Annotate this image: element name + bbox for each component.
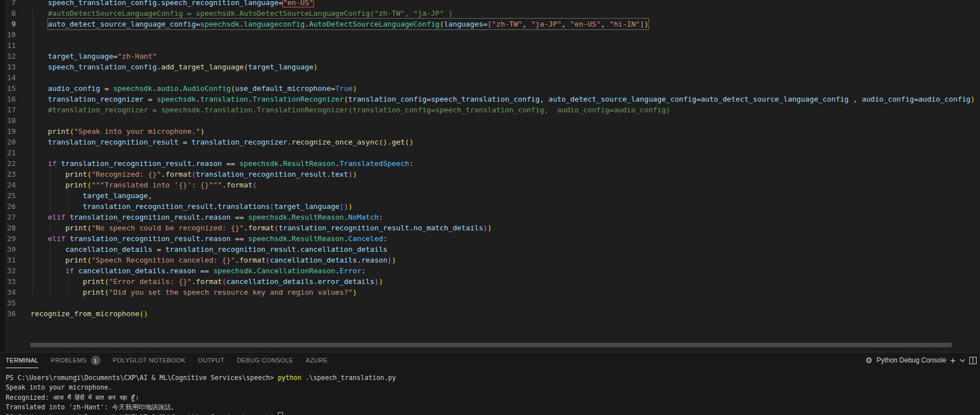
- line-number[interactable]: 34: [5, 287, 25, 298]
- line-number[interactable]: 32: [5, 265, 25, 276]
- token: print: [66, 256, 88, 264]
- line-number[interactable]: 28: [5, 222, 25, 233]
- line-number[interactable]: 25: [5, 190, 25, 201]
- terminal-output[interactable]: PS C:\Users\romungi\Documents\CXP\AI & M…: [6, 373, 980, 415]
- code-line[interactable]: 19 print("Speak into your microphone."): [5, 126, 980, 137]
- code-line[interactable]: 14: [5, 72, 980, 83]
- code-text: cancellation_details = translation_recog…: [31, 244, 387, 255]
- line-number[interactable]: 13: [5, 62, 25, 72]
- token: reason: [361, 256, 387, 264]
- chevron-down-icon[interactable]: [960, 359, 965, 362]
- token: =: [914, 95, 918, 103]
- line-number[interactable]: 14: [5, 72, 25, 83]
- code-line[interactable]: 26 translation_recognition_result.transl…: [5, 201, 980, 212]
- code-line[interactable]: 33 print("Error details: {}".format(canc…: [5, 276, 980, 287]
- line-number[interactable]: 27: [5, 212, 25, 222]
- indent: [31, 52, 48, 60]
- line-number[interactable]: 15: [5, 83, 25, 94]
- token: auto_detect_source_language_config: [48, 20, 196, 28]
- code-line[interactable]: 8 #autoDetectSourceLanguageConfig = spee…: [5, 8, 980, 19]
- line-number[interactable]: 19: [5, 126, 25, 137]
- code-line[interactable]: 15 audio_config = speechsdk.audio.AudioC…: [5, 83, 980, 94]
- code-line[interactable]: 22 if translation_recognition_result.rea…: [5, 158, 980, 169]
- code-text: if cancellation_details.reason == speech…: [31, 265, 365, 276]
- token: (: [252, 181, 257, 189]
- line-number[interactable]: 35: [5, 298, 25, 308]
- line-number[interactable]: 7: [5, 0, 25, 8]
- line-number[interactable]: 9: [5, 19, 25, 29]
- indent: [31, 127, 48, 136]
- line-number[interactable]: 21: [5, 147, 25, 158]
- token: True: [335, 84, 352, 93]
- panel-tab-polyglot-notebook[interactable]: POLYGLOT NOTEBOOK: [113, 352, 186, 368]
- code-line[interactable]: 30 cancellation_details = translation_re…: [5, 244, 980, 255]
- line-number[interactable]: 26: [5, 201, 25, 212]
- code-line[interactable]: 23 print("Recognized: {}".format(transla…: [5, 169, 980, 180]
- token: (): [405, 138, 413, 146]
- indent: [31, 20, 48, 28]
- token: no_match_details: [413, 224, 483, 232]
- line-number[interactable]: 29: [5, 233, 25, 244]
- line-number[interactable]: 33: [5, 276, 25, 287]
- line-number[interactable]: 36: [5, 308, 25, 319]
- token: cancellation_details: [270, 256, 357, 264]
- panel-tab-terminal[interactable]: TERMINAL: [6, 352, 38, 368]
- code-line[interactable]: 27 elif translation_recognition_result.r…: [5, 212, 980, 222]
- code-line[interactable]: 12 target_language="zh-Hant": [5, 51, 980, 62]
- terminal-profile-label[interactable]: Python Debug Console: [877, 356, 946, 364]
- code-line[interactable]: 24 print("""Translated into '{}': {}""".…: [5, 180, 980, 190]
- code-line[interactable]: 29 elif translation_recognition_result.r…: [5, 233, 980, 244]
- line-number[interactable]: 8: [5, 8, 25, 19]
- code-line[interactable]: 13 speech_translation_config.add_target_…: [5, 62, 980, 72]
- panel-tab-debug-console[interactable]: DEBUG CONSOLE: [237, 352, 293, 368]
- token: #autoDetectSourceLanguageConfig = speech…: [48, 9, 453, 18]
- editor-horizontal-scrollbar[interactable]: [31, 343, 952, 347]
- split-terminal-icon[interactable]: [969, 357, 977, 364]
- indent: [31, 63, 48, 71]
- panel-tab-label: POLYGLOT NOTEBOOK: [113, 357, 186, 364]
- token: "zh-Hant": [117, 52, 156, 60]
- editor-pane[interactable]: 7 speech_translation_config.speech_recog…: [5, 0, 980, 352]
- line-number[interactable]: 22: [5, 158, 25, 169]
- new-terminal-icon[interactable]: +: [950, 356, 956, 365]
- line-number[interactable]: 31: [5, 255, 25, 265]
- code-line[interactable]: 9 auto_detect_source_language_config=spe…: [5, 19, 980, 29]
- line-number[interactable]: 16: [5, 94, 25, 104]
- code-line[interactable]: 17 #translation_recognizer = speechsdk.t…: [5, 104, 980, 115]
- code-line[interactable]: 28 print("No speech could be recognized:…: [5, 222, 980, 233]
- code-text: audio_config = speechsdk.audio.AudioConf…: [31, 83, 357, 94]
- code-line[interactable]: 25 target_language,: [5, 190, 980, 201]
- code-line[interactable]: 18: [5, 115, 980, 126]
- code-line[interactable]: 11: [5, 40, 980, 51]
- code-line[interactable]: 35: [5, 298, 980, 308]
- token: use_default_microphone: [235, 84, 331, 93]
- token: =: [178, 138, 191, 146]
- token: if: [48, 159, 56, 168]
- indent: [31, 9, 48, 18]
- gear-icon[interactable]: ⚙: [865, 356, 873, 364]
- code-line[interactable]: 32 if cancellation_details.reason == spe…: [5, 265, 980, 276]
- panel-tab-azure[interactable]: AZURE: [306, 352, 328, 368]
- code-line[interactable]: 34 print("Did you set the speech resourc…: [5, 287, 980, 298]
- line-number[interactable]: 11: [5, 40, 25, 51]
- code-line[interactable]: 31 print("Speech Recognition canceled: {…: [5, 255, 980, 265]
- line-number[interactable]: 10: [5, 29, 25, 40]
- line-number[interactable]: 20: [5, 137, 25, 147]
- panel-tab-output[interactable]: OUTPUT: [198, 352, 224, 368]
- line-number[interactable]: 17: [5, 104, 25, 115]
- code-line[interactable]: 21: [5, 147, 980, 158]
- line-number[interactable]: 24: [5, 180, 25, 190]
- indent: [31, 245, 66, 254]
- line-number[interactable]: 18: [5, 115, 25, 126]
- token: print: [66, 224, 88, 232]
- panel-tab-problems[interactable]: PROBLEMS1: [51, 352, 101, 368]
- code-line[interactable]: 16 translation_recognizer = speechsdk.tr…: [5, 94, 980, 104]
- code-line[interactable]: 10: [5, 29, 980, 40]
- code-line[interactable]: 7 speech_translation_config.speech_recog…: [5, 0, 980, 8]
- code-line[interactable]: 36recognize_from_microphone(): [5, 308, 980, 319]
- line-number[interactable]: 23: [5, 169, 25, 180]
- token: speech_translation_config: [48, 63, 157, 71]
- code-line[interactable]: 20 translation_recognition_result = tran…: [5, 137, 980, 147]
- line-number[interactable]: 30: [5, 244, 25, 255]
- line-number[interactable]: 12: [5, 51, 25, 62]
